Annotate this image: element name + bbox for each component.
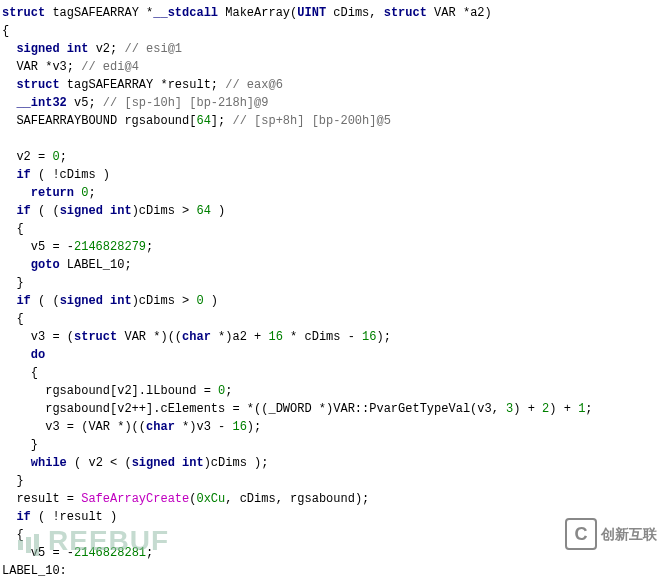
code-token (2, 168, 16, 182)
code-line: } (2, 276, 24, 290)
code-token: ) (211, 204, 225, 218)
code-token: *)a2 + (211, 330, 269, 344)
code-line: if ( (signed int)cDims > 0 ) (2, 294, 218, 308)
code-token: struct (16, 78, 59, 92)
code-token (2, 42, 16, 56)
code-token: v2; (88, 42, 124, 56)
code-token: signed (60, 204, 103, 218)
code-token: if (16, 168, 30, 182)
code-token: ]; (211, 114, 233, 128)
code-token: struct (74, 330, 117, 344)
code-token: 0xCu (196, 492, 225, 506)
code-token: goto (31, 258, 60, 272)
code-token: __stdcall (153, 6, 218, 20)
code-token (60, 42, 67, 56)
code-token: // eax@6 (225, 78, 283, 92)
code-line: } (2, 474, 24, 488)
code-line: goto LABEL_10; (2, 258, 132, 272)
code-token: ; (585, 402, 592, 416)
code-token: ) + (549, 402, 578, 416)
code-token: VAR *)(( (117, 330, 182, 344)
code-token (2, 186, 31, 200)
code-token: , cDims, rgsabound); (225, 492, 369, 506)
code-token: v2 = (2, 150, 52, 164)
code-token: { (2, 222, 24, 236)
code-line: LABEL_10: (2, 564, 67, 578)
code-line: rgsabound[v2++].cElements = *((_DWORD *)… (2, 402, 593, 416)
code-token: )cDims > (132, 204, 197, 218)
code-line: signed int v2; // esi@1 (2, 42, 182, 56)
code-token: ) (204, 294, 218, 308)
code-token: 0 (196, 294, 203, 308)
code-token: 64 (196, 204, 210, 218)
code-token (2, 96, 16, 110)
code-token: ; (88, 186, 95, 200)
code-line: do (2, 348, 45, 362)
code-line: return 0; (2, 186, 96, 200)
code-token: if (16, 294, 30, 308)
code-token: LABEL_10; (60, 258, 132, 272)
code-token: { (2, 366, 38, 380)
code-line: VAR *v3; // edi@4 (2, 60, 139, 74)
code-token: { (2, 312, 24, 326)
code-line: } (2, 438, 38, 452)
code-token: struct (2, 6, 45, 20)
code-token (103, 204, 110, 218)
code-token: ( !cDims ) (31, 168, 110, 182)
code-token: v5 = - (2, 240, 74, 254)
code-token: 16 (268, 330, 282, 344)
code-block: struct tagSAFEARRAY *__stdcall MakeArray… (0, 0, 663, 582)
code-line: while ( v2 < (signed int)cDims ); (2, 456, 268, 470)
code-token: 64 (196, 114, 210, 128)
code-line: if ( !cDims ) (2, 168, 110, 182)
code-token (2, 78, 16, 92)
code-token (2, 294, 16, 308)
code-token: LABEL_10: (2, 564, 67, 578)
code-line: v3 = (struct VAR *)((char *)a2 + 16 * cD… (2, 330, 391, 344)
code-line: { (2, 222, 24, 236)
code-token: tagSAFEARRAY * (45, 6, 153, 20)
code-token: v3 = (VAR *)(( (2, 420, 146, 434)
code-token: 2146828281 (74, 546, 146, 560)
code-token: VAR *a2) (427, 6, 492, 20)
code-token: 2146828279 (74, 240, 146, 254)
code-token: { (2, 528, 24, 542)
code-token: return (31, 186, 74, 200)
code-line: SAFEARRAYBOUND rgsabound[64]; // [sp+8h]… (2, 114, 391, 128)
code-token: { (2, 24, 9, 38)
code-token: ( ( (31, 204, 60, 218)
code-token: )cDims > (132, 294, 197, 308)
code-line: struct tagSAFEARRAY *result; // eax@6 (2, 78, 283, 92)
code-token: int (182, 456, 204, 470)
code-token: int (67, 42, 89, 56)
code-token (2, 258, 31, 272)
code-token: struct (384, 6, 427, 20)
code-token: char (182, 330, 211, 344)
code-token: UINT (297, 6, 326, 20)
code-token: *)v3 - (175, 420, 233, 434)
code-token: MakeArray( (218, 6, 297, 20)
code-token: signed (132, 456, 175, 470)
code-token: int (110, 204, 132, 218)
code-line: { (2, 312, 24, 326)
code-token: if (16, 510, 30, 524)
code-line: struct tagSAFEARRAY *__stdcall MakeArray… (2, 6, 492, 20)
code-line: v5 = -2146828281; (2, 546, 153, 560)
code-token: } (2, 438, 38, 452)
code-line: { (2, 366, 38, 380)
code-token (2, 204, 16, 218)
code-token: ; (146, 546, 153, 560)
code-token: do (31, 348, 45, 362)
code-token: ( !result ) (31, 510, 117, 524)
code-token: 16 (232, 420, 246, 434)
code-line: { (2, 24, 9, 38)
code-token: int (110, 294, 132, 308)
code-token: v5 = - (2, 546, 74, 560)
code-token: rgsabound[v2++].cElements = *((_DWORD *)… (2, 402, 506, 416)
code-line: result = SafeArrayCreate(0xCu, cDims, rg… (2, 492, 369, 506)
code-token: // esi@1 (124, 42, 182, 56)
code-token (2, 510, 16, 524)
code-token: // edi@4 (81, 60, 139, 74)
code-token: while (31, 456, 67, 470)
code-token: tagSAFEARRAY *result; (60, 78, 226, 92)
